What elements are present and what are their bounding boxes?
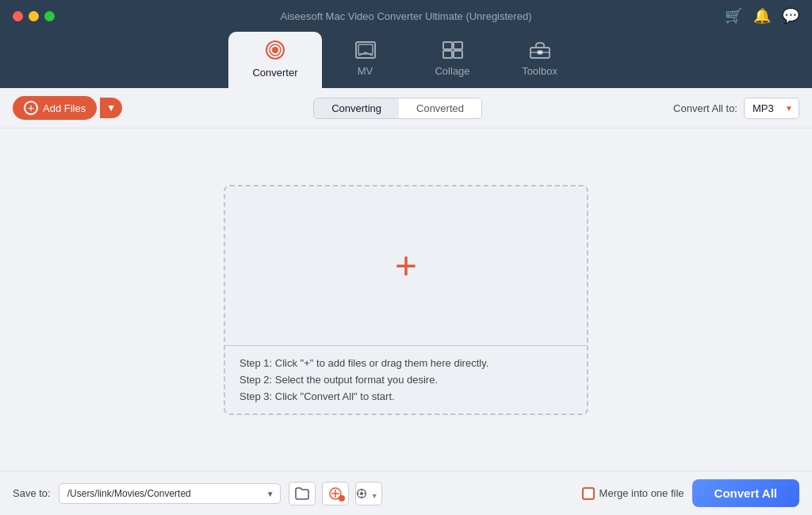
add-files-button[interactable]: + Add Files [13, 96, 97, 120]
convert-all-section: Convert All to: MP3 MP4 AVI MOV [673, 98, 799, 119]
app-title: Aiseesoft Mac Video Converter Ultimate (… [281, 10, 532, 22]
tab-collage[interactable]: Collage [409, 32, 496, 88]
tab-toolbox-label: Toolbox [522, 65, 557, 77]
instructions: Step 1: Click "+" to add files or drag t… [225, 345, 587, 413]
plus-circle-icon: + [24, 101, 38, 115]
tab-mv-label: MV [358, 65, 373, 77]
tab-mv[interactable]: MV [322, 32, 409, 88]
convert-all-button[interactable]: Convert All [692, 479, 799, 507]
sub-tab-converted[interactable]: Converted [399, 98, 481, 118]
drop-zone[interactable]: + [225, 186, 587, 345]
svg-rect-7 [443, 51, 452, 58]
add-files-label: Add Files [43, 102, 86, 114]
cart-icon[interactable]: 🛒 [725, 7, 742, 25]
main-content: + Add Files ▼ Converting Converted Conve… [0, 88, 812, 515]
format-select-wrapper: MP3 MP4 AVI MOV [744, 98, 799, 119]
mv-icon [355, 41, 376, 62]
tab-toolbox[interactable]: Toolbox [496, 32, 584, 88]
drop-area[interactable]: + Step 1: Click "+" to add files or drag… [224, 185, 588, 415]
toolbar: + Add Files ▼ Converting Converted Conve… [0, 88, 812, 129]
instruction-2: Step 2: Select the output format you des… [239, 374, 573, 386]
collage-icon [442, 41, 463, 62]
tab-collage-label: Collage [435, 65, 469, 77]
merge-checkbox[interactable] [582, 487, 595, 500]
save-to-label: Save to: [13, 487, 51, 499]
save-path-wrapper: /Users/link/Movies/Converted [59, 483, 281, 504]
traffic-lights [13, 11, 55, 21]
merge-label: Merge into one file [599, 487, 684, 499]
effect-settings-button[interactable] [322, 482, 349, 505]
svg-point-1 [272, 47, 278, 53]
svg-rect-5 [443, 42, 452, 49]
bell-icon[interactable]: 🔔 [753, 7, 771, 25]
drop-plus-icon: + [395, 247, 417, 285]
drop-area-container: + Step 1: Click "+" to add files or drag… [0, 129, 812, 471]
svg-rect-6 [454, 42, 462, 49]
converter-icon [265, 40, 285, 63]
instruction-3: Step 3: Click "Convert All" to start. [239, 390, 573, 402]
convert-all-to-label: Convert All to: [673, 102, 737, 114]
nav-tabs: Converter MV Collage [0, 32, 812, 88]
add-files-dropdown-button[interactable]: ▼ [100, 98, 122, 118]
instruction-1: Step 1: Click "+" to add files or drag t… [239, 357, 573, 369]
svg-rect-8 [454, 51, 462, 58]
toolbox-icon [529, 41, 551, 62]
format-select[interactable]: MP3 MP4 AVI MOV [744, 98, 799, 119]
svg-point-16 [360, 492, 363, 495]
minimize-button[interactable] [29, 11, 39, 21]
sub-tabs: Converting Converted [313, 98, 482, 119]
footer: Save to: /Users/link/Movies/Converted [0, 471, 812, 515]
footer-icons [289, 482, 382, 505]
open-folder-button[interactable] [289, 482, 316, 505]
title-bar: Aiseesoft Mac Video Converter Ultimate (… [0, 0, 812, 32]
close-button[interactable] [13, 11, 23, 21]
merge-section: Merge into one file [582, 487, 684, 500]
save-path-select[interactable]: /Users/link/Movies/Converted [59, 483, 281, 504]
tab-converter-label: Converter [252, 67, 297, 79]
svg-rect-11 [538, 51, 542, 54]
title-bar-actions: 🛒 🔔 💬 [725, 7, 799, 25]
tab-converter[interactable]: Converter [228, 32, 321, 88]
maximize-button[interactable] [44, 11, 55, 21]
more-settings-button[interactable] [355, 482, 382, 505]
effect-badge [339, 495, 345, 502]
chat-icon[interactable]: 💬 [782, 7, 799, 25]
sub-tab-converting[interactable]: Converting [314, 98, 399, 118]
